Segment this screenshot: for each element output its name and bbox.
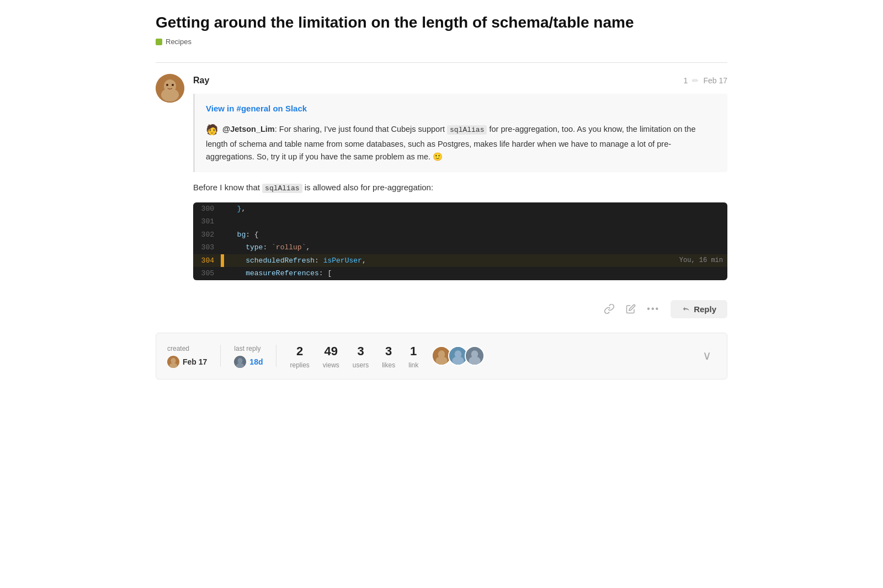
line-num-300: 300 [193, 202, 221, 216]
pre-code-text: Before I know that sqlAlias is allowed a… [193, 181, 727, 195]
post-date: Feb 17 [703, 75, 727, 87]
line-content-304: scheduledRefresh: isPerUser, [224, 254, 594, 268]
line-num-302: 302 [193, 228, 221, 242]
line-num-305: 305 [193, 267, 221, 280]
users-label: users [353, 360, 369, 370]
views-label: views [323, 360, 339, 370]
svg-point-16 [453, 356, 464, 365]
line-num-304: 304 [193, 254, 221, 268]
link-count: 1 [410, 342, 417, 360]
footer-views: 49 views [323, 342, 339, 370]
edit-icon[interactable]: ✏ [692, 75, 699, 87]
line-annotation-302 [594, 228, 727, 242]
pre-code-text-2: is allowed also for pre-aggregation: [302, 183, 434, 192]
avatar-image [156, 74, 184, 103]
line-content-305: measureReferences: [ [224, 267, 594, 280]
footer-likes: 3 likes [382, 342, 395, 370]
views-count: 49 [325, 342, 338, 360]
line-num-301: 301 [193, 215, 221, 228]
created-avatar [167, 356, 179, 368]
reply-button[interactable]: Reply [671, 300, 727, 318]
svg-point-19 [469, 356, 481, 365]
line-content-302: bg: { [224, 228, 594, 242]
post-meta: 1 ✏ Feb 17 [684, 75, 727, 87]
line-annotation-301 [594, 215, 727, 228]
line-annotation-300 [594, 202, 727, 216]
last-reply-link[interactable]: 18d [249, 356, 263, 368]
footer-users: 3 users [353, 342, 369, 370]
code-line-301: 301 [193, 215, 727, 228]
expand-button[interactable]: ∨ [698, 346, 716, 365]
created-date: Feb 17 [183, 356, 207, 368]
post-actions: ••• Reply [193, 289, 727, 324]
svg-point-6 [171, 358, 176, 364]
slack-text-1: : For sharing, I've just found that Cube… [275, 125, 447, 133]
slack-message: 🧑 @Jetson_Lim: For sharing, I've just fo… [206, 122, 716, 163]
avatar[interactable] [156, 74, 184, 103]
line-annotation-305 [594, 267, 727, 280]
line-annotation-303 [594, 241, 727, 254]
code-line-302: 302 bg: { [193, 228, 727, 242]
footer-divider-1 [220, 345, 221, 367]
footer-replies: 2 replies [290, 342, 309, 370]
svg-point-2 [161, 88, 179, 101]
slack-link[interactable]: View in #general on Slack [206, 103, 716, 115]
svg-point-4 [172, 84, 174, 86]
likes-label: likes [382, 360, 395, 370]
footer-last-reply: last reply 18d [234, 344, 263, 368]
slack-quote: View in #general on Slack 🧑 @Jetson_Lim:… [193, 94, 727, 172]
line-num-303: 303 [193, 241, 221, 254]
divider [156, 62, 727, 63]
participant-avatar-3[interactable] [465, 346, 485, 366]
author-name[interactable]: Ray [193, 74, 209, 87]
created-date-row: Feb 17 [167, 356, 207, 368]
footer-link: 1 link [408, 342, 418, 370]
inline-code: sqlAlias [262, 184, 302, 193]
line-content-300: }, [224, 202, 594, 216]
more-action-icon[interactable]: ••• [647, 302, 659, 316]
svg-point-9 [238, 358, 243, 364]
post-body: Ray 1 ✏ Feb 17 View in #general on Slack… [193, 74, 727, 323]
code-line-300: 300 }, [193, 202, 727, 216]
link-label: link [408, 360, 418, 370]
last-reply-date-row: 18d [234, 356, 263, 368]
last-reply-label: last reply [234, 344, 260, 354]
code-block-inner: 300 }, 301 302 [193, 202, 727, 280]
category-label[interactable]: Recipes [166, 36, 192, 47]
replies-count: 2 [296, 342, 303, 360]
category-tag: Recipes [156, 36, 192, 47]
pre-code-text-1: Before I know that [193, 183, 262, 192]
line-annotation-304: You, 16 min [594, 254, 727, 268]
created-label: created [167, 344, 189, 354]
likes-count: 3 [385, 342, 392, 360]
line-content-303: type: `rollup`, [224, 241, 594, 254]
post-number: 1 [684, 75, 688, 87]
slack-user-avatar: 🧑 [206, 122, 218, 138]
code-line-303: 303 type: `rollup`, [193, 241, 727, 254]
code-line-305: 305 measureReferences: [ [193, 267, 727, 280]
last-reply-avatar [234, 356, 246, 368]
edit-action-icon[interactable] [626, 304, 636, 314]
page-wrapper: Getting around the limitation on the len… [138, 0, 745, 393]
post-container: Ray 1 ✏ Feb 17 View in #general on Slack… [156, 74, 727, 323]
expand-icon: ∨ [703, 349, 711, 362]
reply-button-label: Reply [694, 304, 716, 314]
code-line-304: 304 scheduledRefresh: isPerUser, You, 16… [193, 254, 727, 268]
slack-code-1: sqlAlias [447, 125, 487, 135]
post-footer: created Feb 17 last reply [156, 333, 727, 379]
link-action-icon[interactable] [604, 303, 615, 314]
users-count: 3 [357, 342, 364, 360]
post-title: Getting around the limitation on the len… [156, 13, 727, 32]
post-header: Ray 1 ✏ Feb 17 [193, 74, 727, 87]
svg-point-3 [166, 84, 168, 86]
replies-label: replies [290, 360, 309, 370]
slack-mention: @Jetson_Lim [222, 125, 275, 133]
category-dot [156, 39, 162, 45]
footer-divider-2 [276, 345, 276, 367]
code-block: 300 }, 301 302 [193, 202, 727, 280]
svg-point-13 [436, 356, 448, 365]
line-content-301 [224, 215, 594, 228]
participant-avatars [432, 346, 485, 366]
footer-created: created Feb 17 [167, 344, 207, 368]
